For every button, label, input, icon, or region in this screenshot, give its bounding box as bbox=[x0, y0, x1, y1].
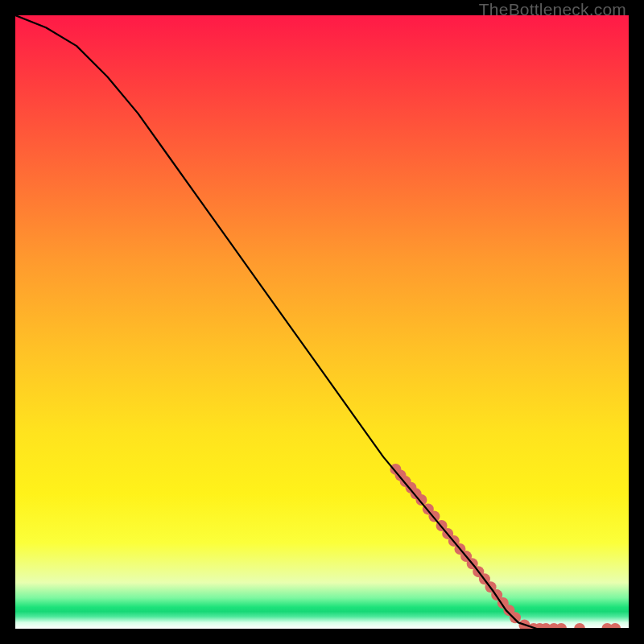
plot-area bbox=[15, 15, 629, 629]
chart-frame: TheBottleneck.com bbox=[0, 0, 644, 644]
watermark-text: TheBottleneck.com bbox=[479, 0, 626, 19]
